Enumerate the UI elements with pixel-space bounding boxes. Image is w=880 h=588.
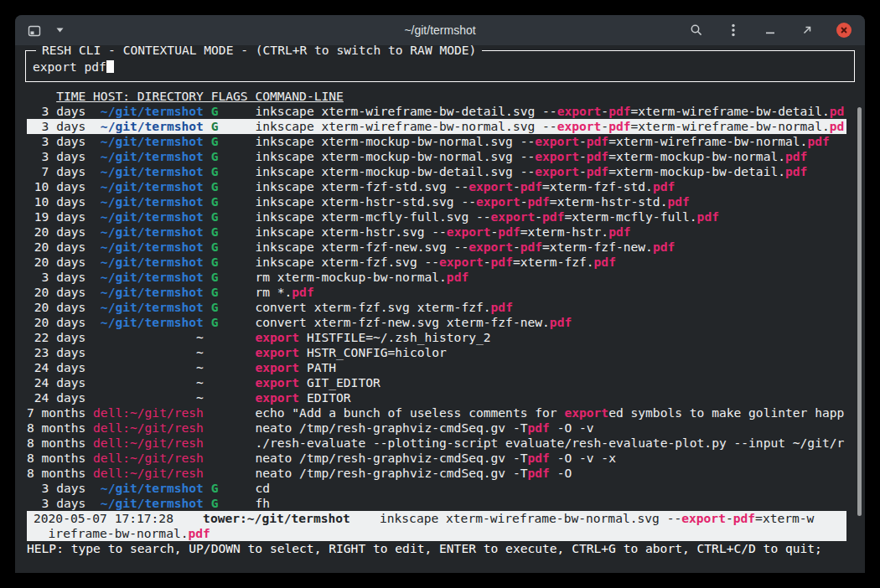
history-row[interactable]: 20 days ~/git/termshot G inkscape xterm-… xyxy=(27,224,846,240)
row-time: 7 months xyxy=(27,405,93,420)
row-time: 20 days xyxy=(27,255,93,269)
row-command: inkscape xterm-mcfly-full.svg --export-p… xyxy=(255,209,719,224)
row-time: 24 days xyxy=(27,360,93,374)
text-cursor xyxy=(106,60,114,73)
history-row[interactable]: 24 days ~ export GIT_EDITOR xyxy=(27,375,846,390)
resh-search-box: RESH CLI - CONTEXTUAL MODE - (CTRL+R to … xyxy=(25,50,855,82)
row-host-directory: dell:~/git/resh xyxy=(93,405,211,420)
row-flags: G xyxy=(211,119,256,133)
row-time: 3 days xyxy=(27,134,93,148)
history-row[interactable]: 20 days ~/git/termshot G rm *.pdf xyxy=(27,285,846,300)
row-host-directory: ~/git/termshot xyxy=(93,179,211,193)
history-row[interactable]: 20 days ~/git/termshot G convert xterm-f… xyxy=(27,300,846,315)
row-host-directory: ~/git/termshot xyxy=(93,104,211,118)
history-row[interactable]: 23 days ~ export HSTR_CONFIG=hicolor xyxy=(27,345,846,360)
history-row[interactable]: 24 days ~ export PATH xyxy=(27,360,846,375)
row-time: 8 months xyxy=(27,466,93,480)
row-host-directory: ~/git/termshot xyxy=(93,285,211,299)
row-time: 8 months xyxy=(27,451,93,465)
history-row[interactable]: 7 days ~/git/termshot G inkscape xterm-m… xyxy=(27,164,846,179)
table-header-text: TIME HOST: DIRECTORY FLAGS COMMAND-LINE xyxy=(56,89,344,103)
history-row[interactable]: 20 days ~/git/termshot G convert xterm-f… xyxy=(27,315,846,330)
search-query-text: export pdf xyxy=(33,59,106,74)
row-flags: G xyxy=(211,481,256,495)
row-command: rm xterm-mockup-bw-normal.pdf xyxy=(255,270,468,284)
close-button[interactable] xyxy=(836,23,852,38)
row-time: 7 days xyxy=(27,164,93,178)
terminal-window: ~/git/termshot xyxy=(15,15,865,573)
row-flags: G xyxy=(211,285,256,299)
history-row[interactable]: 3 days ~/git/termshot G cd xyxy=(27,481,846,496)
row-flags: G xyxy=(211,224,256,239)
history-row[interactable]: 7 months dell:~/git/resh echo "Add a bun… xyxy=(27,405,846,420)
history-row[interactable]: 20 days ~/git/termshot G inkscape xterm-… xyxy=(27,255,846,270)
history-row[interactable]: 10 days ~/git/termshot G inkscape xterm-… xyxy=(27,194,846,209)
row-command: convert xterm-fzf.svg xterm-fzf.pdf xyxy=(255,300,513,314)
row-flags: G xyxy=(211,134,256,148)
row-host-directory: dell:~/git/resh xyxy=(93,451,211,465)
history-row[interactable]: 8 months dell:~/git/resh ./resh-evaluate… xyxy=(27,436,846,451)
row-command: fh xyxy=(255,496,270,510)
resh-mode-title: RESH CLI - CONTEXTUAL MODE - (CTRL+R to … xyxy=(36,45,482,58)
row-flags: G xyxy=(211,149,256,163)
row-host-directory: dell:~/git/resh xyxy=(93,466,211,480)
row-command: convert xterm-fzf-new.svg xterm-fzf-new.… xyxy=(255,315,572,329)
row-flags xyxy=(211,405,256,420)
row-flags xyxy=(211,390,256,405)
history-row[interactable]: 22 days ~ export HISTFILE=~/.zsh_history… xyxy=(27,330,846,345)
row-time: 20 days xyxy=(27,240,93,254)
restore-icon[interactable] xyxy=(800,23,815,38)
history-row[interactable]: 19 days ~/git/termshot G inkscape xterm-… xyxy=(27,209,846,224)
history-row[interactable]: 8 months dell:~/git/resh neato /tmp/resh… xyxy=(27,451,846,466)
history-row[interactable]: 10 days ~/git/termshot G inkscape xterm-… xyxy=(27,179,846,194)
row-flags: G xyxy=(211,255,256,269)
row-flags xyxy=(211,451,256,465)
tab-dropdown-caret[interactable] xyxy=(52,23,67,38)
row-host-directory: ~ xyxy=(93,345,211,359)
scrollbar[interactable] xyxy=(857,107,862,516)
row-command: neato /tmp/resh-graphviz-cmdSeq.gv -Tpdf… xyxy=(255,420,593,435)
row-host-directory: ~/git/termshot xyxy=(93,119,211,133)
row-time: 8 months xyxy=(27,420,93,435)
search-icon[interactable] xyxy=(689,23,704,38)
row-time: 19 days xyxy=(27,209,93,224)
row-command: export PATH xyxy=(255,360,336,374)
row-command: inkscape xterm-mockup-bw-normal.svg --ex… xyxy=(255,149,807,163)
row-command: cd xyxy=(255,481,270,495)
row-time: 3 days xyxy=(27,481,93,495)
history-row[interactable]: 24 days ~ export EDITOR xyxy=(27,390,846,405)
row-flags: G xyxy=(211,240,256,254)
row-command: neato /tmp/resh-graphviz-cmdSeq.gv -Tpdf… xyxy=(255,451,616,465)
new-tab-icon[interactable] xyxy=(27,23,42,38)
history-row[interactable]: 8 months dell:~/git/resh neato /tmp/resh… xyxy=(27,420,846,436)
history-row[interactable]: 3 days ~/git/termshot G rm xterm-mockup-… xyxy=(27,270,846,285)
history-list: TIME HOST: DIRECTORY FLAGS COMMAND-LINE … xyxy=(27,89,846,511)
minimize-icon[interactable] xyxy=(763,23,778,38)
row-host-directory: dell:~/git/resh xyxy=(93,436,211,450)
menu-icon[interactable] xyxy=(726,23,741,38)
row-time: 22 days xyxy=(27,330,93,344)
history-row[interactable]: 3 days ~/git/termshot G inkscape xterm-w… xyxy=(27,104,846,119)
row-command: inkscape xterm-fzf.svg --export-pdf=xter… xyxy=(255,255,616,269)
history-row[interactable]: 3 days ~/git/termshot G inkscape xterm-m… xyxy=(27,134,846,149)
row-time: 20 days xyxy=(27,300,93,314)
titlebar[interactable]: ~/git/termshot xyxy=(15,15,865,45)
row-command: echo "Add a bunch of useless comments fo… xyxy=(255,405,844,420)
search-input[interactable]: export pdf xyxy=(33,59,847,75)
history-row[interactable]: 3 days ~/git/termshot G inkscape xterm-w… xyxy=(27,119,846,134)
row-host-directory: ~/git/termshot xyxy=(93,481,211,495)
row-flags xyxy=(211,345,256,359)
row-host-directory: ~/git/termshot xyxy=(93,194,211,209)
history-row[interactable]: 8 months dell:~/git/resh neato /tmp/resh… xyxy=(27,466,846,481)
row-flags: G xyxy=(211,315,256,329)
row-time: 3 days xyxy=(27,104,93,118)
row-host-directory: ~ xyxy=(93,375,211,389)
history-row[interactable]: 3 days ~/git/termshot G inkscape xterm-m… xyxy=(27,149,846,164)
table-header: TIME HOST: DIRECTORY FLAGS COMMAND-LINE xyxy=(27,89,846,104)
row-command: inkscape xterm-mockup-bw-detail.svg --ex… xyxy=(255,164,807,178)
history-row[interactable]: 20 days ~/git/termshot G inkscape xterm-… xyxy=(27,240,846,255)
row-time: 8 months xyxy=(27,436,93,450)
row-time: 3 days xyxy=(27,149,93,163)
row-flags xyxy=(211,466,256,480)
history-row[interactable]: 3 days ~/git/termshot G fh xyxy=(27,496,846,511)
